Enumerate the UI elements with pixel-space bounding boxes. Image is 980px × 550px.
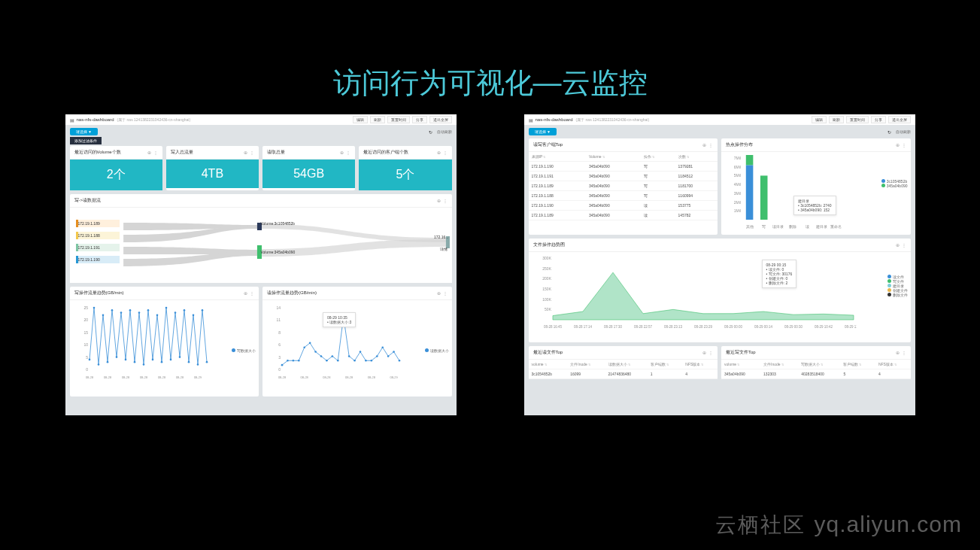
more-icon[interactable]: ⋮ xyxy=(250,290,254,296)
select-dropdown[interactable]: 请选择 ▼ xyxy=(529,128,557,135)
read-trend-chart[interactable]: 0368111408-2808-2808-2808-2808-2808-29 读… xyxy=(262,300,452,397)
edit-button[interactable]: 编辑 xyxy=(812,116,827,123)
refresh-icon[interactable]: ↻ xyxy=(429,129,432,135)
tooltip: 08-29 00:15 • 读文件: 0 • 写文件: 30176 • 创建文件… xyxy=(762,260,797,288)
search-icon[interactable]: ⊕ xyxy=(896,142,900,147)
watermark-url: yq.aliyun.com xyxy=(815,512,962,537)
reset-time-button[interactable]: 重置时间 xyxy=(387,116,410,123)
col-header[interactable]: 来源IP⇅ xyxy=(529,152,586,162)
search-icon[interactable]: ⊕ xyxy=(244,290,247,296)
auto-refresh-label[interactable]: 自动刷新 xyxy=(896,129,911,134)
search-icon[interactable]: ⊕ xyxy=(147,150,151,155)
search-icon[interactable]: ⊕ xyxy=(702,142,706,147)
table-row[interactable]: 3c1054852b160992147483648014 xyxy=(529,369,718,379)
search-icon[interactable]: ⊕ xyxy=(437,150,441,155)
read-file-top-card: 最近读文件Top⊕⋮ volume⇅文件Inode⇅读数据大小⇅客户端数⇅NFS… xyxy=(529,346,718,379)
table-row[interactable]: 172.19.1.190345a04b090写1379281 xyxy=(529,162,718,172)
col-header[interactable]: Volume⇅ xyxy=(586,152,642,162)
svg-text:删除: 删除 xyxy=(789,224,796,229)
legend: 读文件 写文件 建目录 创建文件 删除文件 xyxy=(887,275,908,297)
reset-time-button[interactable]: 重置时间 xyxy=(846,116,869,123)
src-ip: 172.19.1.189 xyxy=(78,221,100,226)
add-filter-button[interactable]: 添加过滤条件 xyxy=(70,137,102,144)
more-icon[interactable]: ⋮ xyxy=(250,150,254,155)
search-icon[interactable]: ⊕ xyxy=(437,290,441,296)
table-row[interactable]: 172.19.1.188345a04b090写1160994 xyxy=(529,191,718,201)
svg-text:08-28 17:14: 08-28 17:14 xyxy=(573,325,592,329)
col-header[interactable]: 次数⇅ xyxy=(675,152,718,162)
svg-text:3Mil: 3Mil xyxy=(734,191,741,196)
write-trend-card: 写操作流量趋势(GB/min)⊕⋮ 051015202508-2808-2808… xyxy=(70,287,259,397)
auto-refresh-label[interactable]: 自动刷新 xyxy=(437,129,452,134)
table-row[interactable]: 172.19.1.191345a04b090写1184512 xyxy=(529,172,718,181)
table-row[interactable]: 172.19.1.190345a04b090读153775 xyxy=(529,201,718,211)
refresh-button[interactable]: 刷新 xyxy=(370,116,385,123)
more-icon[interactable]: ⋮ xyxy=(443,290,448,296)
search-icon[interactable]: ⊕ xyxy=(340,150,344,155)
col-header[interactable]: 操作⇅ xyxy=(641,152,675,162)
table-row[interactable]: 172.19.1.189345a04b090读145782 xyxy=(529,211,718,220)
write-trend-chart[interactable]: 051015202508-2808-2808-2808-2808-2808-28… xyxy=(70,300,259,397)
refresh-icon[interactable]: ↻ xyxy=(887,129,891,135)
more-icon[interactable]: ⋮ xyxy=(708,142,713,147)
card-title: 读写客户端Top xyxy=(533,141,563,148)
more-icon[interactable]: ⋮ xyxy=(153,150,158,155)
line-chart-svg: 051015202508-2808-2808-2808-2808-2808-28… xyxy=(74,305,210,380)
search-icon[interactable]: ⊕ xyxy=(896,242,900,248)
col-header[interactable]: NFS版本⇅ xyxy=(875,360,911,369)
table-row[interactable]: 345a04b0901323034028351840054 xyxy=(721,369,911,379)
kpi-volume-card: 最近访问的Volume个数⊕⋮ 2个 xyxy=(70,146,162,190)
more-icon[interactable]: ⋮ xyxy=(902,350,906,355)
exit-fullscreen-button[interactable]: 退出全屏 xyxy=(888,116,911,123)
hot-ops-chart[interactable]: 1Mil2Mil3Mil4Mil5Mil6Mil7Mil其他写读目录删除读建目录… xyxy=(721,152,911,235)
sankey-chart[interactable]: 172.19.1.189 172.19.1.188 172.19.1.191 1… xyxy=(70,208,452,283)
more-icon[interactable]: ⋮ xyxy=(708,350,713,355)
more-icon[interactable]: ⋮ xyxy=(902,142,906,147)
col-header[interactable]: NFS版本⇅ xyxy=(682,360,718,369)
read-file-table[interactable]: volume⇅文件Inode⇅读数据大小⇅客户端数⇅NFS版本⇅3c105485… xyxy=(529,360,718,379)
share-button[interactable]: 分享 xyxy=(871,116,886,123)
svg-text:08-28: 08-28 xyxy=(345,375,353,379)
exit-fullscreen-button[interactable]: 退出全屏 xyxy=(429,116,452,123)
refresh-button[interactable]: 刷新 xyxy=(829,116,844,123)
search-icon[interactable]: ⊕ xyxy=(244,150,247,155)
kpi-value: 4TB xyxy=(166,160,259,188)
svg-text:25: 25 xyxy=(83,305,88,310)
col-header[interactable]: volume⇅ xyxy=(721,360,760,369)
col-header[interactable]: 写数据大小⇅ xyxy=(798,360,840,369)
more-icon[interactable]: ⋮ xyxy=(443,150,448,155)
search-icon[interactable]: ⊕ xyxy=(437,198,441,203)
svg-text:15: 15 xyxy=(83,330,88,335)
col-header[interactable]: 客户端数⇅ xyxy=(840,360,875,369)
svg-text:08-28: 08-28 xyxy=(175,375,184,379)
table-row[interactable]: 172.19.1.189345a04b090写1181700 xyxy=(529,181,718,191)
kpi-value: 5个 xyxy=(359,160,451,190)
col-header[interactable]: 读数据大小⇅ xyxy=(605,360,648,369)
rw-table[interactable]: 来源IP⇅Volume⇅操作⇅次数⇅172.19.1.190345a04b090… xyxy=(529,152,718,220)
col-header[interactable]: 客户端数⇅ xyxy=(648,360,683,369)
write-file-table[interactable]: volume⇅文件Inode⇅写数据大小⇅客户端数⇅NFS版本⇅345a04b0… xyxy=(721,360,911,379)
card-title: 文件操作趋势图 xyxy=(533,242,565,248)
col-header[interactable]: 文件Inode⇅ xyxy=(567,360,605,369)
search-icon[interactable]: ⊕ xyxy=(896,350,900,355)
more-icon[interactable]: ⋮ xyxy=(346,150,350,155)
col-header[interactable]: 文件Inode⇅ xyxy=(760,360,798,369)
volume-label: Volume:3c1054852b xyxy=(261,221,296,226)
svg-text:4Mil: 4Mil xyxy=(734,182,741,187)
more-icon[interactable]: ⋮ xyxy=(902,242,906,248)
search-icon[interactable]: ⊕ xyxy=(702,350,706,355)
svg-text:读目录: 读目录 xyxy=(772,224,784,229)
detail-link[interactable]: 详情 xyxy=(440,247,448,251)
share-button[interactable]: 分享 xyxy=(412,116,427,123)
kpi-value: 2个 xyxy=(70,160,162,190)
kpi-read-card: 读取总量⊕⋮ 54GB xyxy=(262,146,355,190)
rw-client-top-card: 读写客户端Top⊕⋮ 来源IP⇅Volume⇅操作⇅次数⇅172.19.1.19… xyxy=(529,138,718,235)
file-trend-chart[interactable]: 50K100K150K200K250K300K08-28 16:4508-28 … xyxy=(529,252,911,342)
svg-text:08-28: 08-28 xyxy=(301,375,309,379)
more-icon[interactable]: ⋮ xyxy=(443,198,448,203)
col-header[interactable]: volume⇅ xyxy=(529,360,568,369)
dashboard-subtitle: (属于 nas 1241382231042436-cn-shanghai) xyxy=(576,117,650,122)
edit-button[interactable]: 编辑 xyxy=(353,116,368,123)
topbar: ▤ nas-nfs-dashboard (属于 nas 124138223104… xyxy=(524,114,915,125)
select-dropdown[interactable]: 请选择 ▼ xyxy=(70,128,98,135)
